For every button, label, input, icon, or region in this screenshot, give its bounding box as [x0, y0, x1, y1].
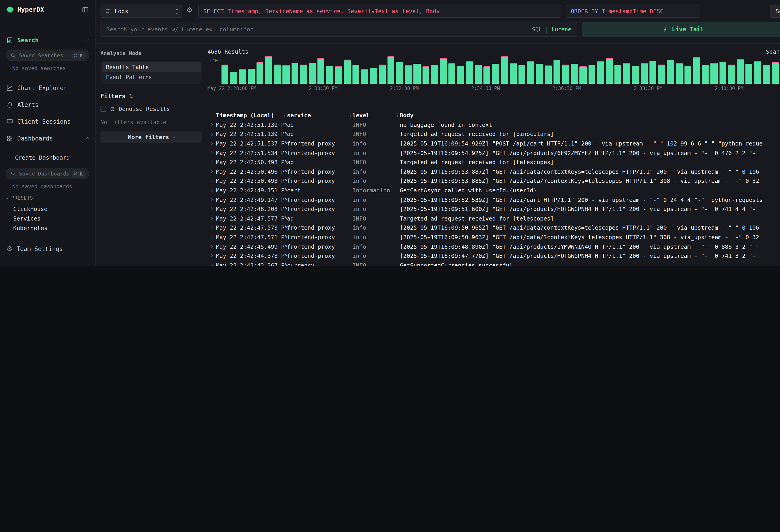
histogram-bar[interactable] — [483, 66, 490, 84]
create-dashboard-button[interactable]: + Create Dashboard — [0, 150, 95, 165]
histogram-bar[interactable] — [309, 62, 315, 84]
histogram-bar[interactable] — [413, 64, 421, 84]
lucene-mode-toggle[interactable]: Lucene — [551, 26, 571, 33]
histogram-bar[interactable] — [693, 57, 700, 84]
histogram-bar[interactable] — [318, 58, 324, 84]
sidebar-item-chart-explorer[interactable]: Chart Explorer — [0, 80, 95, 96]
histogram-bar[interactable] — [588, 65, 595, 84]
row-expand-chevron[interactable] — [206, 227, 216, 229]
histogram-bar[interactable] — [457, 66, 464, 84]
histogram-bar[interactable] — [632, 66, 639, 84]
histogram-bar[interactable] — [361, 69, 368, 84]
presets-section-toggle[interactable]: PRESETS — [0, 194, 95, 201]
histogram-bar[interactable] — [728, 64, 735, 84]
histogram-bar[interactable] — [641, 63, 648, 84]
row-expand-chevron[interactable] — [206, 189, 216, 191]
row-expand-chevron[interactable] — [206, 142, 216, 144]
histogram-bar[interactable] — [545, 65, 551, 84]
histogram-bar[interactable] — [772, 62, 779, 84]
source-select[interactable]: Logs — [100, 5, 182, 18]
row-expand-chevron[interactable] — [206, 255, 216, 257]
event-search-input[interactable] — [101, 22, 532, 36]
histogram-bar[interactable] — [326, 66, 333, 84]
log-row[interactable]: May 22 2:42:48.208 PM frontend-proxy inf… — [206, 204, 780, 214]
histogram-bar[interactable] — [519, 65, 525, 84]
row-expand-chevron[interactable] — [206, 217, 216, 220]
sidebar-item-team-settings[interactable]: ⚙ Team Settings — [0, 241, 95, 257]
log-row[interactable]: May 22 2:42:44.378 PM frontend-proxy inf… — [206, 251, 780, 260]
histogram-bar[interactable] — [388, 56, 394, 84]
log-row[interactable]: May 22 2:42:47.577 PM ad INFO Targeted a… — [206, 214, 780, 223]
histogram-bar[interactable] — [239, 69, 246, 84]
histogram-bar[interactable] — [737, 59, 744, 84]
histogram-bar[interactable] — [344, 59, 351, 84]
row-expand-chevron[interactable] — [206, 199, 216, 201]
histogram-bar[interactable] — [623, 63, 630, 84]
histogram-bar[interactable] — [553, 60, 560, 84]
sidebar-item-dashboards[interactable]: Dashboards — [0, 130, 95, 147]
column-resize-handle[interactable]: ⋮ — [283, 112, 287, 117]
histogram-bar[interactable] — [396, 62, 403, 84]
histogram-bar[interactable] — [649, 61, 656, 84]
histogram-bar[interactable] — [492, 64, 499, 84]
sidebar-item-alerts[interactable]: Alerts — [0, 96, 95, 113]
histogram-bar[interactable] — [719, 62, 726, 84]
log-row[interactable]: May 22 2:42:45.499 PM frontend-proxy inf… — [206, 242, 780, 251]
histogram-bar[interactable] — [676, 63, 682, 84]
histogram-bar[interactable] — [562, 64, 569, 84]
log-row[interactable]: May 22 2:42:49.147 PM frontend-proxy inf… — [206, 195, 780, 204]
sidebar-collapse-icon[interactable] — [82, 6, 89, 13]
histogram-bar[interactable] — [763, 65, 770, 84]
histogram-bar[interactable] — [230, 72, 237, 84]
row-expand-chevron[interactable] — [206, 161, 216, 163]
sidebar-item-client-sessions[interactable]: Client Sessions — [0, 113, 95, 130]
log-row[interactable]: May 22 2:42:51.534 PM frontend-proxy inf… — [206, 148, 780, 157]
histogram-bar[interactable] — [440, 58, 447, 84]
histogram-bar[interactable] — [597, 61, 604, 84]
histogram-bar[interactable] — [405, 65, 412, 84]
histogram-bar[interactable] — [571, 64, 578, 84]
histogram-bar[interactable] — [702, 65, 709, 84]
row-expand-chevron[interactable] — [206, 208, 216, 210]
histogram-bar[interactable] — [291, 63, 298, 84]
histogram-bar[interactable] — [274, 64, 281, 84]
preset-dashboard-link[interactable]: ClickHouse — [0, 204, 95, 214]
row-expand-chevron[interactable] — [206, 264, 216, 266]
histogram-bar[interactable] — [352, 65, 359, 84]
log-row[interactable]: May 22 2:42:51.139 PM ad INFO Targeted a… — [206, 129, 780, 139]
column-header-level[interactable]: level — [352, 112, 395, 118]
log-row[interactable]: May 22 2:42:50.496 PM frontend-proxy inf… — [206, 167, 780, 176]
histogram-bar[interactable] — [283, 65, 290, 84]
histogram-bar[interactable] — [536, 64, 543, 84]
row-expand-chevron[interactable] — [206, 180, 216, 182]
histogram-bar[interactable] — [580, 66, 586, 84]
histogram-bar[interactable] — [754, 62, 761, 84]
search-button[interactable]: Search — [770, 5, 780, 18]
histogram-bar[interactable] — [667, 60, 674, 84]
histogram-bar[interactable] — [658, 64, 665, 84]
histogram-bar[interactable] — [501, 56, 508, 84]
sql-mode-toggle[interactable]: SQL — [532, 26, 542, 33]
denoise-checkbox[interactable] — [100, 106, 106, 112]
mode-event-patterns[interactable]: Event Patterns — [102, 72, 201, 82]
histogram-bar[interactable] — [379, 64, 385, 84]
live-tail-button[interactable]: Live Tail — [582, 22, 780, 37]
log-row[interactable]: May 22 2:42:47.571 PM frontend-proxy inf… — [206, 232, 780, 242]
mode-results-table[interactable]: Results Table — [102, 62, 201, 72]
row-expand-chevron[interactable] — [206, 171, 216, 173]
histogram-bar[interactable] — [684, 66, 691, 84]
row-expand-chevron[interactable] — [206, 246, 216, 248]
column-header-body[interactable]: Body — [400, 112, 780, 118]
preset-dashboard-link[interactable]: Kubernetes — [0, 223, 95, 233]
refresh-icon[interactable]: ↻ — [129, 93, 134, 100]
log-row[interactable]: May 22 2:42:49.151 PM cart Information G… — [206, 186, 780, 195]
histogram-bar[interactable] — [335, 66, 342, 84]
log-row[interactable]: May 22 2:42:43.367 PM currency INFO GetS… — [206, 260, 780, 266]
log-row[interactable]: May 22 2:42:51.139 PM ad INFO no baggage… — [206, 120, 780, 129]
histogram-bar[interactable] — [222, 64, 228, 84]
histogram-bar[interactable] — [509, 63, 517, 84]
saved-searches-input[interactable]: Saved Searches ⌘ K — [6, 50, 89, 61]
histogram-bar[interactable] — [449, 63, 455, 84]
histogram-bar[interactable] — [475, 65, 482, 84]
histogram-bar[interactable] — [370, 68, 377, 84]
